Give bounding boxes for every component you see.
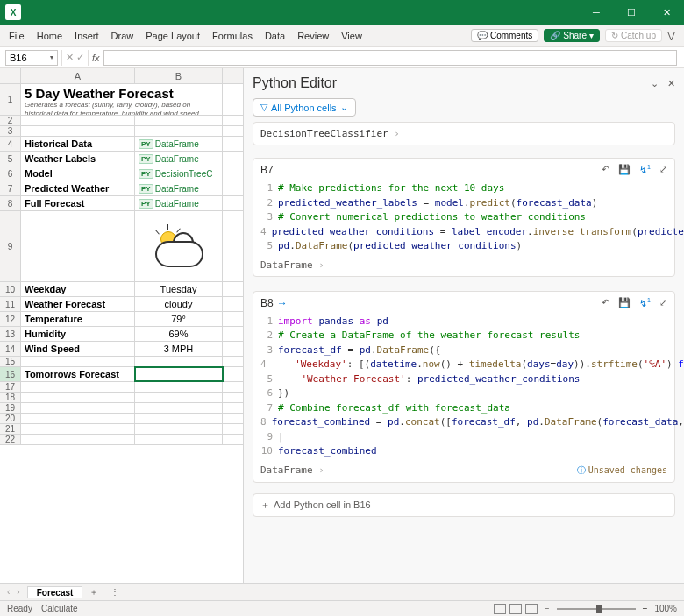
accept-formula-icon[interactable]: ✓ — [76, 52, 84, 63]
cell-b18[interactable] — [135, 393, 223, 402]
tab-draw[interactable]: Draw — [111, 31, 134, 41]
row-header-16[interactable]: 16 — [0, 367, 21, 381]
tab-insert[interactable]: Insert — [75, 31, 99, 41]
undo-icon[interactable]: ↶ — [602, 164, 609, 176]
share-button[interactable]: 🔗 Share ▾ — [544, 29, 600, 42]
undo-icon[interactable]: ↶ — [602, 297, 609, 309]
cell-b3[interactable] — [135, 126, 223, 136]
tab-file[interactable]: File — [9, 31, 25, 41]
expand-icon[interactable]: ⤢ — [659, 297, 667, 309]
fx-label[interactable]: fx — [89, 53, 103, 63]
cell-b2[interactable] — [135, 116, 223, 125]
view-normal-icon[interactable] — [494, 604, 506, 614]
cell-a2[interactable] — [21, 116, 135, 125]
cell-b16[interactable] — [135, 367, 223, 381]
row-header-1[interactable]: 1 — [0, 84, 21, 115]
code-block-b8[interactable]: 1import pandas as pd2# Create a DataFram… — [260, 315, 667, 459]
add-sheet-icon[interactable]: ＋ — [89, 586, 98, 598]
cell-b11[interactable]: cloudy — [135, 297, 223, 311]
cell-b9[interactable] — [135, 211, 223, 281]
view-page-break-icon[interactable] — [525, 604, 538, 614]
cell-b22[interactable] — [135, 435, 223, 444]
ribbon-expand-icon[interactable]: ⋁ — [667, 30, 675, 41]
sheet-nav-next-icon[interactable]: › — [17, 587, 19, 597]
cell-a9[interactable] — [21, 211, 135, 281]
spreadsheet[interactable]: A B 1 5 Day Weather Forecast Generates a… — [0, 68, 244, 583]
expand-icon[interactable]: ⤢ — [659, 164, 667, 176]
save-icon[interactable]: 💾 — [618, 297, 631, 309]
cell-a17[interactable] — [21, 382, 135, 392]
cell-b6[interactable]: PYDecisionTreeC — [135, 166, 223, 181]
cell-a13[interactable]: Humidity — [21, 327, 135, 341]
card-ref-b7[interactable]: B7 — [260, 164, 274, 176]
row-header-7[interactable]: 7 — [0, 181, 21, 195]
tab-view[interactable]: View — [341, 31, 362, 41]
cell-a4[interactable]: Historical Data — [21, 137, 135, 151]
row-header-15[interactable]: 15 — [0, 357, 21, 366]
sheet-nav-prev-icon[interactable]: ‹ — [7, 587, 10, 597]
cell-a14[interactable]: Wind Speed — [21, 342, 135, 356]
col-header-a[interactable]: A — [21, 68, 135, 83]
sheet-tab-forecast[interactable]: Forecast — [27, 586, 83, 598]
row-header-17[interactable]: 17 — [0, 382, 21, 392]
view-page-layout-icon[interactable] — [509, 604, 522, 614]
cell-b13[interactable]: 69% — [135, 327, 223, 341]
row-header-13[interactable]: 13 — [0, 327, 21, 341]
cell-a5[interactable]: Weather Labels — [21, 152, 135, 166]
run-icon[interactable]: ↯1 — [639, 164, 651, 176]
close-pane-icon[interactable]: ✕ — [667, 78, 675, 89]
filter-cells-button[interactable]: ▽ All Python cells ⌄ — [253, 98, 356, 117]
zoom-level[interactable]: 100% — [654, 604, 677, 613]
name-box[interactable]: B16▾ — [5, 50, 58, 66]
zoom-slider[interactable] — [557, 608, 636, 610]
row-header-22[interactable]: 22 — [0, 435, 21, 444]
cell-a12[interactable]: Temperature — [21, 312, 135, 326]
row-header-5[interactable]: 5 — [0, 152, 21, 166]
row-header-20[interactable]: 20 — [0, 414, 21, 423]
cell-a7[interactable]: Predicted Weather — [21, 181, 135, 195]
zoom-in-icon[interactable]: + — [643, 604, 648, 613]
row-header-19[interactable]: 19 — [0, 403, 21, 413]
select-all-corner[interactable] — [0, 68, 21, 83]
row-header-18[interactable]: 18 — [0, 393, 21, 402]
run-icon[interactable]: ↯1 — [639, 297, 651, 309]
row-header-2[interactable]: 2 — [0, 116, 21, 125]
comments-button[interactable]: 💬 Comments — [471, 29, 538, 42]
card-b7-output[interactable]: DataFrame — [260, 259, 313, 271]
card-ref-b8[interactable]: B8 → — [260, 297, 288, 309]
tab-page-layout[interactable]: Page Layout — [146, 31, 200, 41]
cell-a16[interactable]: Tomorrows Forecast — [21, 367, 135, 381]
row-header-11[interactable]: 11 — [0, 297, 21, 311]
catchup-button[interactable]: ↻ Catch up — [605, 29, 662, 42]
row-header-6[interactable]: 6 — [0, 166, 21, 181]
cell-b4[interactable]: PYDataFrame — [135, 137, 223, 151]
cell-b7[interactable]: PYDataFrame — [135, 181, 223, 195]
cell-b15[interactable] — [135, 357, 223, 366]
cancel-formula-icon[interactable]: ✕ — [66, 52, 74, 63]
formula-input[interactable] — [103, 50, 677, 66]
cell-b21[interactable] — [135, 424, 223, 434]
col-header-b[interactable]: B — [135, 68, 223, 83]
row-header-3[interactable]: 3 — [0, 126, 21, 136]
tab-data[interactable]: Data — [265, 31, 285, 41]
zoom-out-icon[interactable]: − — [545, 604, 550, 613]
cell-a18[interactable] — [21, 393, 135, 402]
cell-a8[interactable]: Full Forecast — [21, 196, 135, 210]
add-python-cell-button[interactable]: ＋ Add Python cell in B16 — [253, 493, 675, 517]
cell-b8[interactable]: PYDataFrame — [135, 196, 223, 210]
collapse-pane-icon[interactable]: ⌄ — [651, 78, 659, 89]
row-header-12[interactable]: 12 — [0, 312, 21, 326]
cell-a15[interactable] — [21, 357, 135, 366]
close-button[interactable]: ✕ — [649, 0, 684, 25]
tab-formulas[interactable]: Formulas — [212, 31, 253, 41]
cell-a22[interactable] — [21, 435, 135, 444]
sheets-menu-icon[interactable]: ⋮ — [110, 587, 119, 597]
cell-b14[interactable]: 3 MPH — [135, 342, 223, 356]
save-icon[interactable]: 💾 — [618, 164, 631, 176]
row-header-8[interactable]: 8 — [0, 196, 21, 210]
row-header-9[interactable]: 9 — [0, 211, 21, 281]
tab-home[interactable]: Home — [37, 31, 62, 41]
tab-review[interactable]: Review — [297, 31, 329, 41]
cell-b10[interactable]: Tuesday — [135, 282, 223, 296]
cell-b12[interactable]: 79° — [135, 312, 223, 326]
